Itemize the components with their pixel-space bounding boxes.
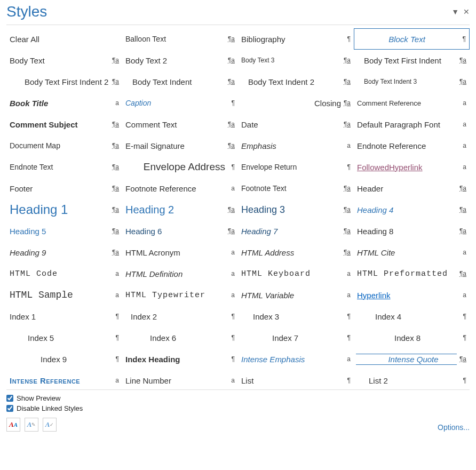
linked-marker-icon[interactable]: ¶a [341, 99, 352, 107]
style-item[interactable]: Heading 1¶a [6, 199, 122, 220]
char-marker-icon[interactable]: a [109, 270, 120, 277]
para-marker-icon[interactable]: ¶ [225, 313, 236, 320]
style-item[interactable]: HTML Typewritera [122, 284, 238, 306]
para-marker-icon[interactable]: ¶ [341, 35, 352, 43]
linked-marker-icon[interactable]: ¶a [457, 185, 467, 192]
style-item[interactable]: HTML Codea [6, 263, 122, 284]
style-item[interactable]: Body Text 2¶a [122, 50, 238, 71]
style-item[interactable]: Balloon Text¶a [122, 28, 238, 50]
linked-marker-icon[interactable]: ¶a [341, 249, 352, 256]
para-marker-icon[interactable]: ¶ [341, 377, 352, 384]
style-item[interactable]: Block Text¶ [354, 28, 470, 50]
linked-marker-icon[interactable]: ¶a [457, 227, 467, 235]
style-item[interactable]: Body Text 3¶a [238, 50, 354, 71]
style-item[interactable]: Body Text Indent 2¶a [238, 71, 354, 92]
style-item[interactable]: Heading 3¶a [238, 199, 354, 220]
char-marker-icon[interactable]: a [457, 142, 467, 149]
style-item[interactable]: FollowedHyperlinka [354, 156, 470, 178]
para-marker-icon[interactable]: ¶ [109, 355, 120, 363]
linked-marker-icon[interactable]: ¶a [341, 185, 352, 192]
char-marker-icon[interactable]: a [225, 270, 236, 277]
style-item[interactable]: Heading 9¶a [6, 242, 122, 263]
char-marker-icon[interactable]: a [109, 377, 120, 384]
style-item[interactable]: HTML Samplea [6, 284, 122, 306]
linked-marker-icon[interactable]: ¶a [109, 206, 120, 213]
linked-marker-icon[interactable]: ¶a [457, 270, 467, 277]
style-item[interactable]: Index 6¶ [122, 327, 238, 348]
para-marker-icon[interactable]: ¶ [109, 334, 120, 341]
linked-marker-icon[interactable]: ¶a [225, 142, 236, 149]
linked-marker-icon[interactable]: ¶a [109, 185, 120, 192]
style-item[interactable]: Intense Emphasisa [238, 348, 354, 370]
char-marker-icon[interactable]: a [225, 291, 236, 299]
linked-marker-icon[interactable]: ¶a [341, 121, 352, 128]
style-item[interactable]: Index 8¶ [354, 327, 470, 348]
linked-marker-icon[interactable]: ¶a [109, 163, 120, 171]
char-marker-icon[interactable]: a [341, 291, 352, 299]
linked-marker-icon[interactable]: ¶a [225, 78, 236, 85]
para-marker-icon[interactable]: ¶ [457, 313, 467, 320]
style-item[interactable]: HTML Address¶a [238, 242, 354, 263]
linked-marker-icon[interactable]: ¶a [225, 227, 236, 235]
para-marker-icon[interactable]: ¶ [457, 377, 467, 384]
style-item[interactable]: HTML Variablea [238, 284, 354, 306]
style-item[interactable]: Body Text¶a [6, 50, 122, 71]
style-item[interactable]: E-mail Signature¶a [122, 135, 238, 156]
para-marker-icon[interactable]: ¶ [225, 99, 236, 107]
para-marker-icon[interactable]: ¶ [225, 355, 236, 363]
style-item[interactable]: Envelope Return¶ [238, 156, 354, 178]
linked-marker-icon[interactable]: ¶a [341, 78, 352, 85]
style-item[interactable]: Emphasisa [238, 135, 354, 156]
style-item[interactable]: HTML Keyboarda [238, 263, 354, 284]
linked-marker-icon[interactable]: ¶a [457, 57, 467, 64]
style-item[interactable]: Heading 8¶a [354, 220, 470, 242]
new-style-button[interactable]: AA [6, 418, 20, 432]
linked-marker-icon[interactable]: ¶a [225, 121, 236, 128]
style-item[interactable]: Date¶a [238, 114, 354, 135]
char-marker-icon[interactable]: a [341, 270, 352, 277]
style-item[interactable]: Bibliography¶ [238, 28, 354, 50]
char-marker-icon[interactable]: a [109, 99, 120, 107]
style-item[interactable]: Envelope Address¶ [122, 156, 238, 178]
disable-linked-checkbox[interactable] [6, 405, 13, 412]
linked-marker-icon[interactable]: ¶a [109, 57, 120, 64]
style-item[interactable]: Body Text First Indent¶a [354, 50, 470, 71]
style-item[interactable]: Document Map¶a [6, 135, 122, 156]
linked-marker-icon[interactable]: ¶a [225, 206, 236, 213]
para-marker-icon[interactable]: ¶ [456, 35, 467, 43]
linked-marker-icon[interactable]: ¶a [109, 249, 120, 256]
para-marker-icon[interactable]: ¶ [109, 313, 120, 320]
style-item[interactable]: Footnote Referencea [122, 178, 238, 199]
style-item[interactable]: Index 9¶ [6, 348, 122, 370]
para-marker-icon[interactable]: ¶ [225, 334, 236, 341]
linked-marker-icon[interactable]: ¶a [225, 57, 236, 64]
style-item[interactable]: Comment Text¶a [122, 114, 238, 135]
char-marker-icon[interactable]: a [457, 121, 467, 128]
linked-marker-icon[interactable]: ¶a [457, 206, 467, 213]
linked-marker-icon[interactable]: ¶a [225, 35, 236, 43]
char-marker-icon[interactable]: a [457, 249, 467, 256]
style-item[interactable]: Footer¶a [6, 178, 122, 199]
style-item[interactable]: Hyperlinka [354, 284, 470, 306]
style-item[interactable]: HTML Acronyma [122, 242, 238, 263]
para-marker-icon[interactable]: ¶ [457, 334, 467, 341]
style-inspector-button[interactable]: A✎ [25, 418, 38, 432]
char-marker-icon[interactable]: a [457, 291, 467, 299]
style-item[interactable]: Body Text Indent 3¶a [354, 71, 470, 92]
manage-styles-button[interactable]: A✓ [43, 418, 57, 432]
char-marker-icon[interactable]: a [457, 163, 467, 171]
style-item[interactable]: Endnote Referencea [354, 135, 470, 156]
style-item[interactable]: Index 7¶ [238, 327, 354, 348]
style-item[interactable]: Body Text Indent¶a [122, 71, 238, 92]
pane-dropdown-icon[interactable]: ▼ [451, 7, 459, 16]
disable-linked-toggle[interactable]: Disable Linked Styles [6, 404, 470, 412]
show-preview-toggle[interactable]: Show Preview [6, 394, 470, 402]
style-item[interactable]: Clear All [6, 28, 122, 50]
para-marker-icon[interactable]: ¶ [341, 313, 352, 320]
style-item[interactable]: Index 1¶ [6, 306, 122, 327]
style-item[interactable]: HTML Definitiona [122, 263, 238, 284]
char-marker-icon[interactable]: a [225, 249, 236, 256]
para-marker-icon[interactable]: ¶ [225, 163, 236, 171]
para-marker-icon[interactable]: ¶ [341, 163, 352, 171]
style-item[interactable]: Heading 4¶a [354, 199, 470, 220]
